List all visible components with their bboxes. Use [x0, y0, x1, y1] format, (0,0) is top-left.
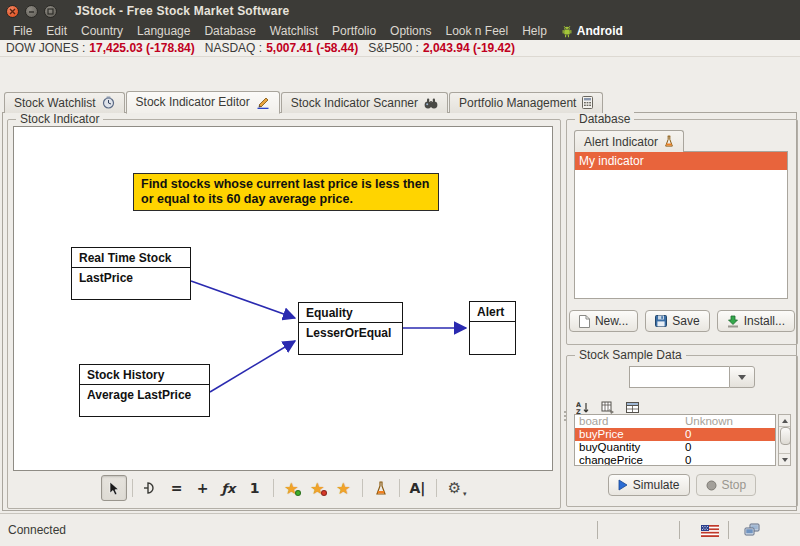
database-panel: Database Alert Indicator My indicator N — [566, 119, 798, 345]
tab-alert-indicator-label: Alert Indicator — [584, 135, 658, 149]
menu-android[interactable]: Android — [554, 24, 630, 38]
star-icon: ★ — [336, 479, 350, 498]
tab-stock-watchlist[interactable]: Stock Watchlist — [4, 92, 125, 113]
sort-az-button[interactable]: A Z — [575, 400, 591, 415]
node-equality[interactable]: Equality LesserOrEqual — [298, 302, 403, 355]
toolbar-separator — [362, 479, 363, 497]
plus-icon: + — [197, 480, 209, 496]
window-close-button[interactable] — [6, 5, 19, 18]
toolbar-separator — [132, 479, 133, 497]
pencil-icon — [256, 96, 270, 109]
install-download-icon — [727, 315, 739, 328]
floppy-disk-icon — [655, 315, 667, 327]
function-tool-button[interactable]: ƒx — [216, 475, 242, 501]
menu-edit[interactable]: Edit — [39, 24, 74, 38]
settings-tool-button[interactable]: ⚙ ▾ — [442, 475, 468, 501]
menu-options[interactable]: Options — [383, 24, 438, 38]
tab-stock-indicator-editor[interactable]: Stock Indicator Editor — [126, 91, 280, 114]
chevron-down-icon: ▾ — [463, 490, 467, 498]
node-real-time-stock-title: Real Time Stock — [72, 248, 190, 268]
row-value: Unknown — [685, 415, 775, 428]
simulate-button-label: Simulate — [633, 478, 680, 492]
scrollbar-thumb[interactable] — [780, 427, 791, 445]
list-item-my-indicator[interactable]: My indicator — [575, 152, 787, 170]
table-row-buyprice[interactable]: buyPrice 0 — [575, 428, 775, 441]
new-button[interactable]: New... — [569, 310, 638, 332]
database-buttons: New... Save Install... — [567, 310, 797, 332]
equality-tool-button[interactable]: = — [164, 475, 190, 501]
star-tool-button[interactable]: ★ — [331, 475, 357, 501]
node-alert-title: Alert — [470, 302, 515, 322]
node-equality-title: Equality — [299, 303, 402, 323]
new-button-label: New... — [595, 314, 628, 328]
indicator-list[interactable]: My indicator — [574, 151, 788, 299]
ticker-label-sp500: S&P500 : — [368, 41, 419, 55]
table-row-buyquantity[interactable]: buyQuantity 0 — [575, 441, 775, 454]
menu-database[interactable]: Database — [197, 24, 262, 38]
node-stock-history[interactable]: Stock History Average LastPrice — [79, 364, 210, 417]
operator-tool-button[interactable] — [138, 475, 164, 501]
window-minimize-button[interactable] — [25, 5, 38, 18]
window-maximize-button[interactable] — [44, 5, 57, 18]
save-button[interactable]: Save — [645, 310, 709, 332]
logic-gate-icon — [143, 482, 159, 494]
stop-button[interactable]: Stop — [696, 474, 757, 496]
chevron-down-icon — [738, 375, 746, 380]
ticker-value-nasdaq: 5,007.41 (-58.44) — [266, 41, 358, 55]
flask-icon — [664, 135, 674, 148]
simulate-button[interactable]: Simulate — [608, 474, 690, 496]
menu-language[interactable]: Language — [130, 24, 197, 38]
star-add-tool-button[interactable]: ★ — [279, 475, 305, 501]
menu-watchlist[interactable]: Watchlist — [263, 24, 325, 38]
maximize-icon — [47, 8, 54, 15]
statusbar-separator — [679, 521, 680, 539]
annotation-note[interactable]: Find stocks whose current last price is … — [133, 173, 439, 211]
table-view-button[interactable] — [625, 400, 641, 415]
arithmetic-tool-button[interactable]: + — [190, 475, 216, 501]
country-flag-icon[interactable] — [701, 523, 719, 541]
column-settings-button[interactable] — [600, 400, 616, 415]
menu-file[interactable]: File — [6, 24, 39, 38]
sort-az-icon: A Z — [576, 401, 590, 415]
menu-portfolio[interactable]: Portfolio — [325, 24, 383, 38]
scroll-up-button[interactable] — [779, 415, 790, 427]
stock-sample-data-panel: Stock Sample Data A Z — [566, 355, 798, 507]
row-key: changePrice — [575, 454, 685, 466]
stock-combo-dropdown-button[interactable] — [729, 366, 755, 388]
menubar: File Edit Country Language Database Watc… — [0, 22, 800, 40]
menu-help[interactable]: Help — [515, 24, 554, 38]
row-value: 0 — [685, 441, 775, 454]
ticker-value-dowjones: 17,425.03 (-178.84) — [89, 41, 194, 55]
menu-country[interactable]: Country — [74, 24, 130, 38]
sample-data-table[interactable]: board Unknown buyPrice 0 buyQuantity 0 c… — [574, 414, 776, 466]
tab-stock-indicator-scanner[interactable]: Stock Indicator Scanner — [281, 92, 448, 113]
toolbar-separator — [273, 479, 274, 497]
stock-indicator-panel: Stock Indicator Find stocks whose curren… — [7, 119, 561, 509]
text-tool-button[interactable]: A| — [405, 475, 431, 501]
row-key: buyQuantity — [575, 441, 685, 454]
install-button[interactable]: Install... — [717, 310, 795, 332]
window-title: JStock - Free Stock Market Software — [75, 4, 289, 18]
grid-icon — [601, 401, 615, 415]
stock-combo-input[interactable] — [629, 366, 729, 388]
table-row-changeprice[interactable]: changePrice 0 — [575, 454, 775, 466]
connection-status: Connected — [8, 523, 66, 537]
network-status-icon[interactable] — [744, 523, 760, 541]
star-remove-tool-button[interactable]: ★ — [305, 475, 331, 501]
table-scrollbar[interactable] — [778, 414, 791, 466]
alert-tool-button[interactable] — [368, 475, 394, 501]
node-alert[interactable]: Alert — [469, 301, 516, 355]
table-row-board[interactable]: board Unknown — [575, 415, 775, 428]
tab-alert-indicator[interactable]: Alert Indicator — [574, 130, 684, 152]
scroll-down-button[interactable] — [779, 453, 790, 465]
menu-looknfeel[interactable]: Look n Feel — [438, 24, 515, 38]
node-real-time-stock[interactable]: Real Time Stock LastPrice — [71, 247, 191, 300]
indicator-canvas[interactable]: Find stocks whose current last price is … — [13, 126, 553, 471]
row-key: buyPrice — [575, 428, 685, 441]
save-button-label: Save — [672, 314, 699, 328]
pointer-tool-button[interactable] — [101, 475, 127, 501]
tab-portfolio-management[interactable]: Portfolio Management — [449, 92, 603, 113]
equals-icon: = — [171, 480, 183, 496]
constant-tool-button[interactable]: 1 — [242, 475, 268, 501]
node-alert-body — [470, 322, 515, 328]
